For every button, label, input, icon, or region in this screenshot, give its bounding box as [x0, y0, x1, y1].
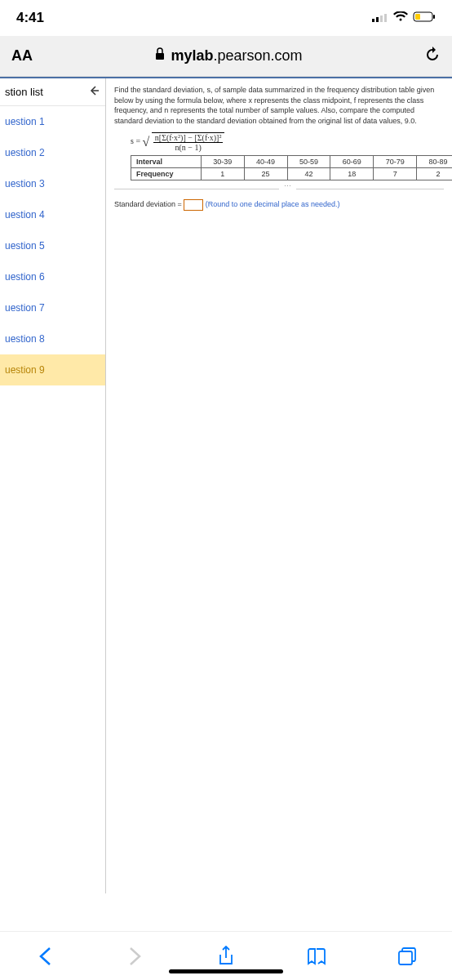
battery-icon [413, 10, 436, 26]
back-button[interactable] [27, 938, 63, 974]
forward-button [117, 938, 153, 974]
status-bar: 4:41 [0, 0, 452, 36]
sidebar-item-q9[interactable]: uestion 9 [0, 354, 105, 385]
sidebar-item-q1[interactable]: uestion 1 [0, 106, 105, 137]
svg-rect-0 [372, 19, 374, 22]
svg-rect-5 [415, 14, 420, 20]
url-text: mylab.pearson.com [171, 47, 302, 65]
sidebar-item-q2[interactable]: uestion 2 [0, 137, 105, 168]
sidebar-item-q8[interactable]: uestion 8 [0, 323, 105, 354]
table-row-interval: Interval 30-39 40-49 50-59 60-69 70-79 8… [131, 156, 453, 168]
svg-rect-1 [376, 17, 379, 22]
answer-label: Standard deviation = [114, 201, 182, 209]
text-size-button[interactable]: AA [11, 47, 33, 65]
sidebar-item-q3[interactable]: uestion 3 [0, 168, 105, 199]
instruction-text: Find the standard deviation, s, of sampl… [114, 85, 444, 126]
share-button[interactable] [208, 938, 244, 974]
answer-row: Standard deviation = (Round to one decim… [114, 199, 444, 211]
status-indicators [372, 10, 436, 26]
svg-rect-7 [156, 53, 164, 60]
sidebar-title: stion list [5, 86, 43, 98]
signal-icon [372, 10, 388, 26]
formula: s = √ n[Σ(f·x²)] − [Σ(f·x)]² n(n − 1) [131, 132, 444, 152]
bookmarks-button[interactable] [299, 938, 335, 974]
sidebar-item-q7[interactable]: uestion 7 [0, 292, 105, 323]
reload-icon[interactable] [424, 47, 441, 66]
svg-rect-3 [384, 14, 387, 22]
question-sidebar: stion list uestion 1 uestion 2 uestion 3… [0, 78, 106, 893]
tabs-button[interactable] [389, 938, 425, 974]
frequency-table: Interval 30-39 40-49 50-59 60-69 70-79 8… [131, 155, 452, 180]
sidebar-item-q5[interactable]: uestion 5 [0, 230, 105, 261]
browser-toolbar: AA mylab.pearson.com [0, 36, 452, 77]
content-area: stion list uestion 1 uestion 2 uestion 3… [0, 77, 452, 893]
sidebar-item-q4[interactable]: uestion 4 [0, 199, 105, 230]
sidebar-header: stion list [0, 78, 105, 106]
svg-rect-6 [433, 15, 435, 19]
svg-rect-9 [399, 951, 412, 964]
sidebar-item-q6[interactable]: uestion 6 [0, 261, 105, 292]
lock-icon [154, 47, 166, 65]
wifi-icon [393, 10, 408, 26]
url-display[interactable]: mylab.pearson.com [42, 47, 414, 65]
status-time: 4:41 [16, 10, 44, 26]
content-divider [114, 189, 444, 189]
question-content: Find the standard deviation, s, of sampl… [106, 78, 452, 893]
table-row-frequency: Frequency 1 25 42 18 7 2 [131, 168, 453, 180]
collapse-icon[interactable] [89, 85, 100, 99]
answer-input[interactable] [184, 199, 203, 211]
home-indicator[interactable] [169, 969, 283, 973]
svg-rect-2 [380, 16, 383, 22]
answer-hint: (Round to one decimal place as needed.) [206, 201, 340, 209]
